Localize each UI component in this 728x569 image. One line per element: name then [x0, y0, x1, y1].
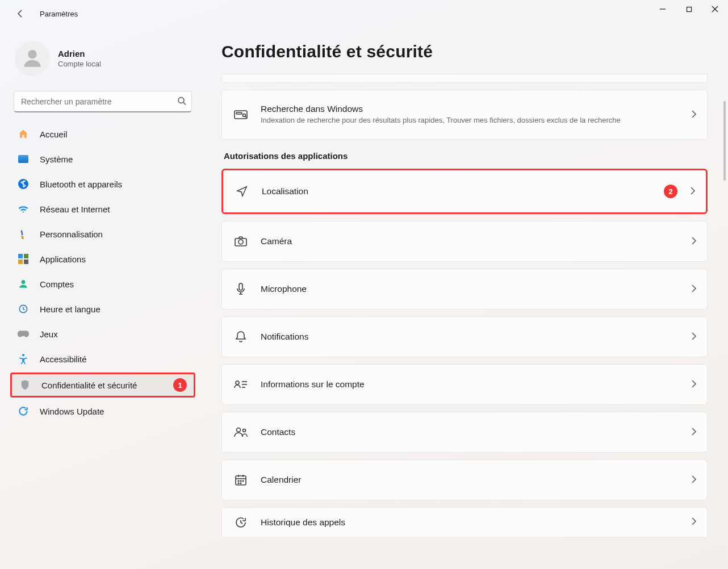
brush-icon: [15, 225, 32, 243]
svg-point-5: [178, 98, 184, 103]
search-wrap: [14, 91, 192, 112]
sidebar-item-label: Personnalisation: [40, 229, 103, 239]
bell-icon: [233, 329, 248, 344]
sidebar-item-label: Bluetooth et appareils: [40, 179, 122, 189]
sidebar-item-label: Comptes: [40, 279, 74, 289]
chevron-right-icon: [691, 517, 697, 527]
svg-point-23: [243, 429, 246, 432]
sidebar-item-accueil[interactable]: Accueil: [10, 123, 195, 145]
scrollbar-vertical[interactable]: [723, 101, 726, 181]
chevron-right-icon: [691, 110, 697, 120]
sidebar-item-confidentialite[interactable]: Confidentialité et sécurité 1: [10, 373, 195, 398]
page-title: Confidentialité et sécurité: [221, 42, 708, 61]
chevron-right-icon: [691, 428, 697, 437]
svg-rect-7: [21, 231, 23, 236]
card-title: Informations sur le compte: [261, 379, 684, 390]
card-informations-compte[interactable]: Informations sur le compte: [221, 364, 708, 405]
nav: Accueil Système Bluetooth et appareils R…: [10, 123, 195, 422]
accessibility-icon: [17, 353, 30, 365]
app-title: Paramètres: [40, 10, 78, 18]
svg-point-18: [236, 381, 239, 384]
contacts-icon: [233, 425, 248, 440]
sidebar-item-label: Système: [40, 154, 73, 164]
section-header-app-permissions: Autorisations des applications: [224, 151, 705, 161]
chevron-right-icon: [690, 187, 696, 196]
system-icon: [17, 153, 30, 165]
sidebar-item-label: Réseau et Internet: [40, 204, 110, 214]
windows-update-icon: [17, 405, 30, 417]
sidebar-item-applications[interactable]: Applications: [10, 248, 195, 270]
shield-icon: [19, 379, 31, 391]
callout-badge-2: 2: [664, 185, 677, 198]
account-info-icon: [233, 377, 248, 392]
gamepad-icon: [17, 328, 30, 340]
user-block[interactable]: Adrien Compte local: [10, 37, 195, 87]
maximize-button[interactable]: [676, 0, 702, 18]
search-icon: [177, 97, 186, 107]
sidebar-item-label: Jeux: [40, 329, 58, 339]
sidebar: Adrien Compte local Accueil Système Blue…: [0, 27, 204, 569]
sidebar-item-heure[interactable]: Heure et langue: [10, 298, 195, 320]
search-windows-icon: [233, 107, 248, 122]
callout-badge-1: 1: [173, 378, 187, 392]
svg-point-8: [22, 280, 26, 284]
main-content: Confidentialité et sécurité Recherche da…: [204, 27, 728, 569]
svg-point-16: [239, 240, 243, 244]
chevron-right-icon: [691, 380, 697, 390]
card-microphone[interactable]: Microphone: [221, 269, 708, 309]
calendar-icon: [233, 472, 248, 487]
svg-rect-17: [239, 283, 242, 290]
minimize-button[interactable]: [650, 0, 676, 18]
sidebar-item-systeme[interactable]: Système: [10, 148, 195, 170]
accounts-icon: [17, 278, 30, 290]
search-input[interactable]: [14, 91, 192, 112]
card-camera[interactable]: Caméra: [221, 221, 708, 262]
card-subtitle: Indexation de recherche pour des résulta…: [261, 115, 624, 125]
card-calendrier[interactable]: Calendrier: [221, 459, 708, 500]
sidebar-item-label: Accessibilité: [40, 354, 87, 364]
svg-point-13: [243, 114, 246, 117]
card-localisation[interactable]: Localisation 2: [221, 169, 708, 214]
user-subtitle: Compte local: [58, 60, 101, 68]
svg-rect-1: [687, 7, 691, 11]
card-historique-appels[interactable]: Historique des appels: [221, 507, 708, 537]
titlebar: Paramètres: [0, 0, 728, 27]
home-icon: [17, 128, 30, 140]
sidebar-item-personnalisation[interactable]: Personnalisation: [10, 223, 195, 245]
chevron-right-icon: [691, 237, 697, 246]
svg-line-14: [245, 116, 246, 118]
chevron-right-icon: [691, 332, 697, 342]
microphone-icon: [233, 282, 248, 296]
svg-point-10: [22, 354, 24, 356]
wifi-icon: [17, 203, 30, 215]
card-title: Localisation: [262, 186, 664, 196]
sidebar-item-accessibilite[interactable]: Accessibilité: [10, 348, 195, 370]
svg-point-31: [238, 483, 239, 484]
back-button[interactable]: [11, 5, 30, 23]
svg-point-30: [242, 480, 244, 482]
card-notifications[interactable]: Notifications: [221, 316, 708, 357]
clock-icon: [17, 303, 30, 315]
close-button[interactable]: [702, 0, 728, 18]
card-recherche-windows[interactable]: Recherche dans Windows Indexation de rec…: [221, 90, 708, 140]
sidebar-item-label: Windows Update: [40, 407, 104, 416]
card-title: Contacts: [261, 427, 684, 437]
svg-point-4: [28, 50, 36, 58]
sidebar-item-label: Confidentialité et sécurité: [41, 380, 137, 390]
sidebar-item-windows-update[interactable]: Windows Update: [10, 400, 195, 422]
card-title: Calendrier: [261, 475, 684, 485]
sidebar-item-label: Accueil: [40, 129, 67, 139]
chevron-right-icon: [691, 475, 697, 485]
sidebar-item-comptes[interactable]: Comptes: [10, 273, 195, 295]
card-title: Notifications: [261, 332, 684, 342]
sidebar-item-bluetooth[interactable]: Bluetooth et appareils: [10, 173, 195, 195]
sidebar-item-jeux[interactable]: Jeux: [10, 323, 195, 345]
chevron-right-icon: [691, 284, 697, 294]
bluetooth-icon: [17, 178, 30, 190]
card-title: Recherche dans Windows: [261, 104, 684, 114]
svg-line-6: [183, 103, 186, 105]
user-name: Adrien: [58, 49, 101, 58]
card-contacts[interactable]: Contacts: [221, 412, 708, 453]
svg-point-28: [238, 480, 239, 482]
sidebar-item-reseau[interactable]: Réseau et Internet: [10, 198, 195, 220]
